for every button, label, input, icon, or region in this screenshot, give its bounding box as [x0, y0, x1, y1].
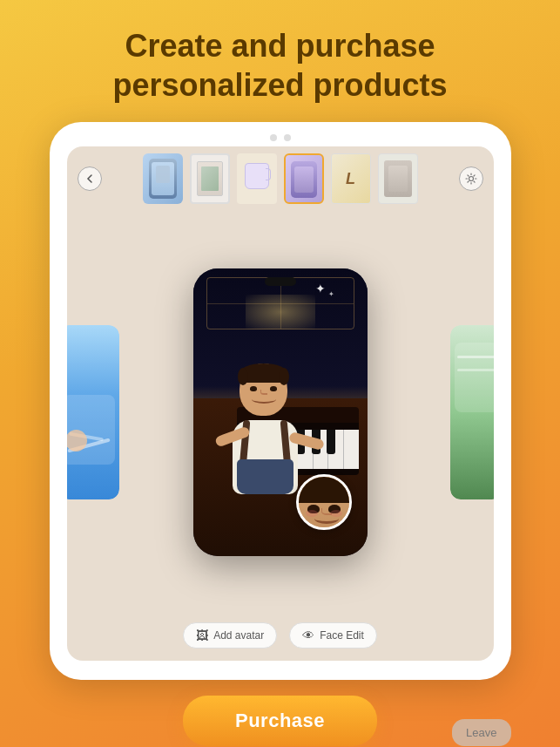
thumb-phone-case-2[interactable] — [284, 153, 324, 204]
camera-dot-right — [284, 134, 291, 141]
face-edit-icon: 👁 — [302, 628, 314, 642]
add-avatar-button[interactable]: 🖼 Add avatar — [183, 622, 277, 649]
gear-button[interactable] — [459, 166, 483, 191]
title-area: Create and purchase personalized product… — [78, 0, 482, 122]
purchase-button[interactable]: Purchase — [183, 696, 377, 746]
avatar-circle — [296, 474, 352, 530]
thumb-text-frame-1[interactable]: L — [331, 153, 371, 204]
add-avatar-icon: 🖼 — [196, 628, 208, 642]
product-thumbnails: L — [102, 153, 459, 204]
back-button[interactable] — [78, 166, 102, 191]
face-edit-button[interactable]: 👁 Face Edit — [289, 622, 377, 649]
purchase-button-area: Purchase Leave — [50, 696, 511, 746]
side-card-right[interactable] — [450, 325, 494, 499]
action-buttons-row: 🖼 Add avatar 👁 Face Edit — [183, 622, 377, 649]
screen-main: ✦ ✦ — [67, 211, 494, 614]
thumb-phone-case-1[interactable] — [143, 153, 183, 204]
svg-point-0 — [469, 177, 473, 181]
camera-row — [270, 134, 291, 141]
avatar-hair — [299, 477, 349, 503]
screen-toolbar: L — [67, 146, 494, 211]
tablet-frame: L — [50, 122, 511, 680]
main-phone-case: ✦ ✦ — [193, 268, 368, 556]
leave-button[interactable]: Leave — [452, 719, 510, 746]
main-title: Create and purchase personalized product… — [112, 26, 447, 105]
thumb-photo-2[interactable] — [378, 153, 418, 204]
tablet-screen: L — [67, 146, 494, 661]
camera-dot-left — [270, 134, 277, 141]
avatar-face — [299, 477, 349, 527]
screen-bottom: 🖼 Add avatar 👁 Face Edit — [67, 614, 494, 661]
piano-scene: ✦ ✦ — [193, 268, 368, 556]
phone-notch — [265, 277, 296, 286]
thumb-mug-1[interactable] — [237, 153, 277, 204]
side-card-left[interactable] — [67, 325, 119, 499]
thumb-photo-frame-1[interactable] — [190, 153, 230, 204]
